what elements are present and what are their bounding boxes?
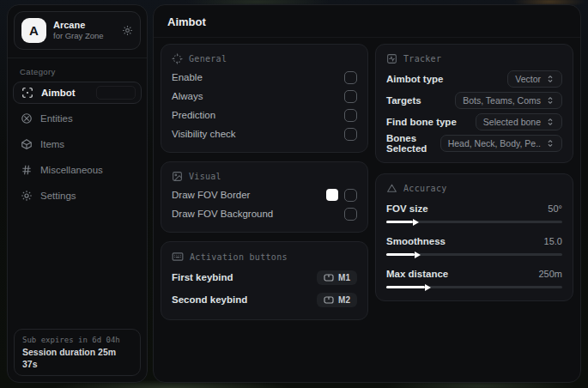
card-title-label: Activation buttons: [190, 252, 288, 262]
select-value: Vector: [515, 74, 541, 84]
card-accuracy: Accuracy FOV size 50° Smoothness 15.0: [375, 173, 573, 301]
setting-row-enable: Enable: [172, 68, 357, 87]
keybind-row-second: Second keybind M2: [172, 288, 357, 311]
card-activation-buttons: Activation buttons First keybind M1 S: [161, 241, 368, 320]
always-checkbox[interactable]: [344, 90, 357, 103]
select-value: Head, Neck, Body, Pe..: [448, 138, 541, 149]
fov-border-color-swatch[interactable]: [326, 189, 338, 201]
radar-icon: [20, 112, 33, 124]
first-keybind-button[interactable]: M1: [317, 270, 357, 285]
category-label: Category: [8, 58, 147, 82]
subscription-info: Sub expires in 6d 04h Session duration 2…: [14, 329, 141, 376]
second-keybind-button[interactable]: M2: [317, 293, 357, 307]
card-general-header: General: [172, 53, 357, 64]
tracker-row-find-bone-type: Find bone type Selected bone: [386, 111, 562, 132]
draw-fov-border-checkbox[interactable]: [344, 189, 357, 202]
card-tracker-header: Tracker: [386, 53, 562, 64]
setting-label: Always: [172, 91, 203, 101]
card-accuracy-header: Accuracy: [386, 183, 562, 194]
chevrons-up-down-icon: [546, 139, 555, 148]
visibility-check-checkbox[interactable]: [344, 128, 357, 141]
keybind-value: M2: [338, 295, 350, 305]
card-activation-header: Activation buttons: [172, 251, 357, 263]
sidebar-item-label: Aimbot: [41, 88, 76, 98]
bones-selected-select[interactable]: Head, Neck, Body, Pe..: [440, 135, 562, 152]
tracker-label: Aimbot type: [386, 74, 443, 84]
sidebar-item-miscellaneous[interactable]: Miscellaneous: [13, 159, 142, 181]
select-value: Selected bone: [483, 117, 541, 127]
card-visual: Visual Draw FOV Border Draw FOV Backgrou…: [161, 161, 368, 233]
tracker-label: Bones Selected: [386, 133, 440, 154]
card-visual-header: Visual: [172, 171, 357, 182]
gear-icon[interactable]: [122, 25, 133, 36]
main-panel: Aimbot General Enable: [153, 4, 581, 383]
aimbot-type-select[interactable]: Vector: [507, 70, 562, 88]
tracker-row-targets: Targets Bots, Teams, Coms: [386, 89, 562, 111]
max-distance-slider[interactable]: [386, 286, 562, 288]
sidebar-nav: Aimbot Entities Items: [8, 82, 147, 207]
setting-label: Visibility check: [172, 129, 236, 139]
session-duration-text: Session duration 25m 37s: [22, 346, 132, 370]
setting-row-always: Always: [172, 87, 357, 106]
main-content: General Enable Always Prediction Visibil…: [154, 38, 580, 326]
main-header: Aimbot: [154, 5, 580, 38]
slider-label: FOV size: [386, 203, 428, 214]
smoothness-slider[interactable]: [386, 253, 562, 256]
keybind-label: Second keybind: [172, 294, 247, 305]
card-title-label: General: [189, 54, 227, 64]
triangle-icon: [386, 183, 397, 194]
sidebar-item-aimbot[interactable]: Aimbot: [13, 82, 142, 104]
targets-select[interactable]: Bots, Teams, Coms: [455, 92, 562, 109]
setting-label: Draw FOV Border: [172, 190, 250, 200]
package-icon: [20, 138, 33, 150]
card-title-label: Visual: [189, 172, 221, 181]
setting-row-draw-fov-background: Draw FOV Background: [172, 204, 357, 223]
keyboard-icon: [172, 251, 184, 263]
card-tracker: Tracker Aimbot type Vector Targets: [375, 44, 573, 163]
slider-value: 15.0: [544, 236, 562, 246]
setting-row-draw-fov-border: Draw FOV Border: [172, 185, 357, 204]
tracker-label: Find bone type: [386, 117, 457, 127]
draw-fov-background-checkbox[interactable]: [344, 208, 357, 221]
gear-icon: [20, 190, 33, 202]
tracker-row-aimbot-type: Aimbot type Vector: [386, 68, 562, 89]
hash-icon: [20, 164, 33, 176]
watermark-ghost: [96, 86, 136, 100]
app-header: A Arcane for Gray Zone: [14, 11, 141, 50]
slider-fill: [386, 286, 425, 288]
sidebar-item-items[interactable]: Items: [13, 133, 142, 155]
page-title: Aimbot: [167, 15, 567, 28]
mouse-icon: [324, 296, 334, 304]
setting-label: Draw FOV Background: [172, 209, 273, 219]
card-title-label: Accuracy: [403, 184, 447, 193]
slider-fill: [386, 253, 415, 256]
sidebar-item-entities[interactable]: Entities: [13, 107, 142, 130]
mouse-icon: [324, 274, 334, 282]
slider-fill: [386, 221, 413, 223]
chevrons-up-down-icon: [546, 75, 555, 83]
prediction-checkbox[interactable]: [344, 109, 357, 122]
card-general: General Enable Always Prediction Visibil…: [161, 44, 368, 153]
crosshair-icon: [21, 87, 33, 99]
sidebar-item-label: Entities: [40, 113, 73, 124]
slider-label: Max distance: [386, 269, 448, 279]
slider-row-fov-size: FOV size 50°: [386, 201, 562, 223]
select-value: Bots, Teams, Coms: [463, 95, 541, 106]
find-bone-type-select[interactable]: Selected bone: [476, 113, 562, 130]
sidebar: A Arcane for Gray Zone Category Aimbot: [7, 4, 148, 383]
crosshair-icon: [172, 53, 183, 64]
setting-label: Enable: [172, 72, 203, 82]
slider-label: Smoothness: [386, 236, 446, 246]
tracker-label: Targets: [386, 95, 421, 106]
sidebar-item-label: Miscellaneous: [40, 165, 103, 175]
fov-size-slider[interactable]: [386, 221, 562, 223]
tracker-row-bones-selected: Bones Selected Head, Neck, Body, Pe..: [386, 132, 562, 154]
image-icon: [172, 171, 183, 182]
sidebar-item-label: Settings: [40, 191, 76, 201]
setting-label: Prediction: [172, 110, 215, 120]
keybind-row-first: First keybind M1: [172, 266, 357, 288]
slider-row-smoothness: Smoothness 15.0: [386, 233, 562, 256]
setting-row-prediction: Prediction: [172, 106, 357, 124]
enable-checkbox[interactable]: [344, 71, 357, 84]
sidebar-item-settings[interactable]: Settings: [13, 185, 142, 207]
